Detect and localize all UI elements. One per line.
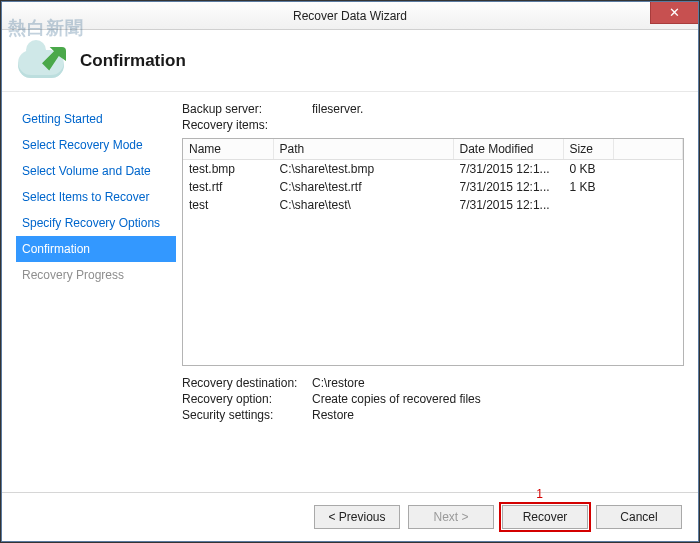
cell-name: test — [183, 196, 273, 214]
cell-path: C:\share\test.bmp — [273, 160, 453, 179]
nav-item-4[interactable]: Specify Recovery Options — [16, 210, 176, 236]
close-button[interactable]: ✕ — [650, 2, 698, 24]
wizard-header: Confirmation — [2, 30, 698, 92]
annotation-number: 1 — [536, 487, 543, 501]
table-header-row: Name Path Date Modified Size — [183, 139, 683, 160]
recover-button[interactable]: Recover — [502, 505, 588, 529]
nav-item-5[interactable]: Confirmation — [16, 236, 176, 262]
cell-size: 1 KB — [563, 178, 613, 196]
col-header-path[interactable]: Path — [273, 139, 453, 160]
option-value: Create copies of recovered files — [312, 392, 481, 406]
wizard-nav: Getting StartedSelect Recovery ModeSelec… — [16, 102, 176, 492]
cell-name: test.rtf — [183, 178, 273, 196]
cancel-button[interactable]: Cancel — [596, 505, 682, 529]
backup-server-value: fileserver. — [312, 102, 363, 116]
cell-date: 7/31/2015 12:1... — [453, 178, 563, 196]
nav-item-2[interactable]: Select Volume and Date — [16, 158, 176, 184]
nav-item-6: Recovery Progress — [16, 262, 176, 288]
cell-name: test.bmp — [183, 160, 273, 179]
nav-item-1[interactable]: Select Recovery Mode — [16, 132, 176, 158]
option-label: Recovery option: — [182, 392, 312, 406]
col-header-date[interactable]: Date Modified — [453, 139, 563, 160]
col-header-name[interactable]: Name — [183, 139, 273, 160]
cell-date: 7/31/2015 12:1... — [453, 196, 563, 214]
wizard-footer: 1 < Previous Next > Recover Cancel — [2, 492, 698, 541]
cloud-restore-icon — [16, 41, 66, 81]
dest-value: C:\restore — [312, 376, 365, 390]
table-row[interactable]: test.rtfC:\share\test.rtf7/31/2015 12:1.… — [183, 178, 683, 196]
table-row[interactable]: test.bmpC:\share\test.bmp7/31/2015 12:1.… — [183, 160, 683, 179]
wizard-body: Getting StartedSelect Recovery ModeSelec… — [2, 92, 698, 492]
cell-path: C:\share\test\ — [273, 196, 453, 214]
close-icon: ✕ — [669, 5, 680, 20]
col-header-size[interactable]: Size — [563, 139, 613, 160]
dest-label: Recovery destination: — [182, 376, 312, 390]
security-label: Security settings: — [182, 408, 312, 422]
recovery-items-table: Name Path Date Modified Size test.bmpC:\… — [182, 138, 684, 366]
nav-item-3[interactable]: Select Items to Recover — [16, 184, 176, 210]
previous-button[interactable]: < Previous — [314, 505, 400, 529]
main-panel: Backup server: fileserver. Recovery item… — [182, 102, 684, 492]
cell-size: 0 KB — [563, 160, 613, 179]
nav-item-0[interactable]: Getting Started — [16, 106, 176, 132]
wizard-window: Recover Data Wizard ✕ Confirmation Getti… — [1, 1, 699, 542]
titlebar: Recover Data Wizard ✕ — [2, 2, 698, 30]
cell-size — [563, 196, 613, 214]
window-title: Recover Data Wizard — [2, 9, 698, 23]
col-header-spacer — [613, 139, 683, 160]
recovery-items-label: Recovery items: — [182, 118, 312, 132]
summary-block: Recovery destination:C:\restore Recovery… — [182, 376, 684, 424]
cell-path: C:\share\test.rtf — [273, 178, 453, 196]
cell-date: 7/31/2015 12:1... — [453, 160, 563, 179]
page-heading: Confirmation — [80, 51, 186, 71]
backup-server-label: Backup server: — [182, 102, 312, 116]
next-button: Next > — [408, 505, 494, 529]
table-row[interactable]: testC:\share\test\7/31/2015 12:1... — [183, 196, 683, 214]
security-value: Restore — [312, 408, 354, 422]
